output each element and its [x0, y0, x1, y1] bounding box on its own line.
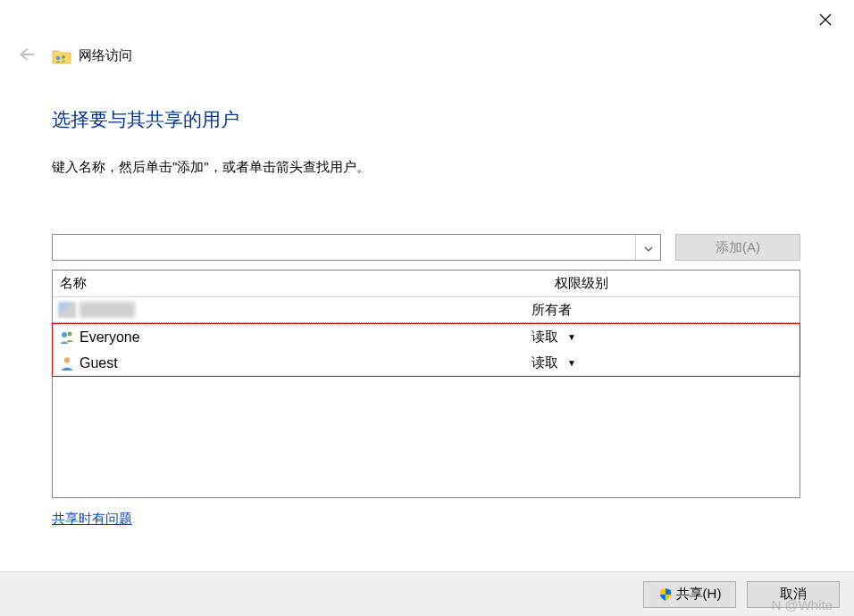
- permission-dropdown[interactable]: 读取 ▼: [532, 354, 800, 371]
- column-header-name[interactable]: 名称: [53, 275, 551, 292]
- add-button[interactable]: 添加(A): [675, 234, 800, 261]
- title-group: 网络访问: [52, 47, 132, 65]
- window-title: 网络访问: [79, 47, 132, 64]
- chevron-down-icon: [644, 240, 653, 254]
- svg-point-5: [68, 331, 72, 336]
- back-button[interactable]: [16, 45, 36, 67]
- user-input-row: 添加(A): [52, 234, 800, 261]
- highlighted-rows: Everyone 读取 ▼ Guest 读取: [52, 323, 800, 377]
- user-name: Guest: [80, 355, 118, 371]
- permissions-table: 名称 权限级别 所有者 Everyone: [52, 270, 800, 498]
- row-name-cell: Everyone: [58, 329, 532, 346]
- close-button[interactable]: [815, 9, 836, 33]
- user-icon: [58, 301, 76, 319]
- permission-label: 所有者: [532, 302, 572, 319]
- folder-people-icon: [52, 47, 71, 65]
- svg-point-2: [56, 55, 61, 60]
- permission-cell: 所有者: [532, 302, 800, 319]
- dropdown-arrow-icon: ▼: [567, 332, 576, 342]
- svg-point-3: [62, 55, 65, 59]
- page-heading: 选择要与其共享的用户: [52, 107, 800, 132]
- svg-point-4: [62, 332, 67, 337]
- table-body: 所有者 Everyone 读取 ▼: [53, 297, 800, 377]
- cancel-button[interactable]: 取消: [747, 581, 840, 608]
- permission-label: 读取: [532, 354, 558, 371]
- redacted-name: [80, 302, 135, 318]
- table-row[interactable]: Guest 读取 ▼: [53, 350, 800, 376]
- table-header: 名称 权限级别: [53, 271, 800, 297]
- share-button[interactable]: 共享(H): [643, 581, 736, 608]
- page-description: 键入名称，然后单击"添加"，或者单击箭头查找用户。: [52, 159, 800, 176]
- back-arrow-icon: [16, 45, 36, 67]
- user-input[interactable]: [53, 235, 635, 260]
- permission-label: 读取: [532, 329, 558, 345]
- column-header-permission[interactable]: 权限级别: [551, 275, 800, 292]
- combobox-dropdown-button[interactable]: [635, 235, 660, 260]
- help-link[interactable]: 共享时有问题: [52, 511, 132, 528]
- group-icon: [58, 329, 76, 346]
- user-icon: [58, 354, 76, 372]
- header: 网络访问: [16, 45, 132, 67]
- share-button-label: 共享(H): [676, 586, 722, 603]
- user-combobox[interactable]: [52, 234, 661, 261]
- user-name: Everyone: [80, 329, 140, 345]
- dropdown-arrow-icon: ▼: [567, 358, 576, 368]
- shield-icon: [658, 587, 673, 602]
- table-row[interactable]: Everyone 读取 ▼: [53, 324, 800, 350]
- dialog-footer: 共享(H) 取消: [0, 571, 854, 616]
- close-icon: [818, 15, 833, 29]
- row-name-cell: Guest: [58, 354, 532, 372]
- row-name-cell: [58, 301, 532, 319]
- content-area: 选择要与其共享的用户 键入名称，然后单击"添加"，或者单击箭头查找用户。 添加(…: [52, 107, 800, 528]
- svg-point-6: [64, 357, 70, 362]
- permission-dropdown[interactable]: 读取 ▼: [532, 329, 800, 345]
- table-row[interactable]: 所有者: [53, 297, 800, 323]
